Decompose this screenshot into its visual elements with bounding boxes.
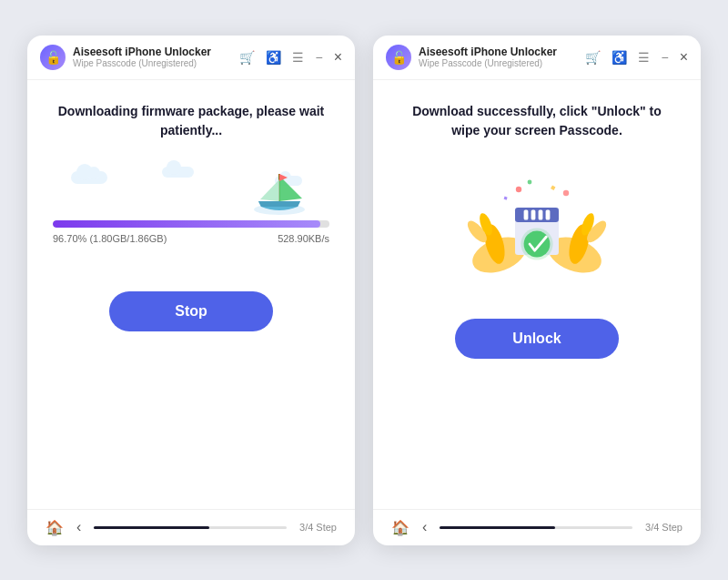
titlebar-left: 🔓 Aiseesoft iPhone Unlocker Wipe Passcod… <box>27 36 355 80</box>
svg-rect-16 <box>515 208 559 222</box>
back-icon-r[interactable]: ‹ <box>422 519 427 535</box>
home-icon[interactable]: 🏠 <box>46 519 64 536</box>
content-left: Downloading firmware package, please wai… <box>27 80 355 509</box>
back-icon[interactable]: ‹ <box>76 519 81 535</box>
progress-speed: 528.90KB/s <box>278 233 329 244</box>
bottombar-left: 🏠 ‹ 3/4 Step <box>27 509 355 545</box>
progress-bar-container <box>53 220 329 228</box>
app-icon-left: 🔓 <box>40 45 66 70</box>
minimize-button-r[interactable]: − <box>661 50 668 65</box>
cart-icon-r[interactable]: 🛒 <box>585 50 601 65</box>
svg-rect-20 <box>546 209 551 219</box>
sailboat-illustration <box>248 167 311 217</box>
svg-point-11 <box>528 179 532 184</box>
progress-percent-detail: 96.70% (1.80GB/1.86GB) <box>53 233 167 244</box>
svg-point-10 <box>516 186 521 191</box>
success-illustration <box>464 162 610 290</box>
svg-point-22 <box>524 230 551 257</box>
unlock-button[interactable]: Unlock <box>455 319 619 359</box>
step-progress-track-r <box>440 526 632 529</box>
titlebar-text-right: Aiseesoft iPhone Unlocker Wipe Passcode … <box>419 46 578 68</box>
step-progress-track <box>94 526 287 529</box>
status-text-right: Download successfully, click "Unlock" to… <box>399 102 675 140</box>
accessibility-icon[interactable]: ♿ <box>266 50 281 65</box>
step-progress-fill <box>94 526 209 529</box>
accessibility-icon-r[interactable]: ♿ <box>612 50 627 65</box>
boat-scene <box>53 162 329 217</box>
step-label-left: 3/4 Step <box>299 522 337 533</box>
app-subtitle-left: Wipe Passcode (Unregistered) <box>73 58 232 68</box>
app-title-right: Aiseesoft iPhone Unlocker <box>419 46 578 58</box>
svg-rect-17 <box>524 209 529 219</box>
minimize-button[interactable]: − <box>315 50 322 65</box>
titlebar-controls-left: 🛒 ♿ ☰ − × <box>239 49 342 66</box>
window-right: 🔓 Aiseesoft iPhone Unlocker Wipe Passcod… <box>373 36 701 545</box>
status-text-left: Downloading firmware package, please wai… <box>53 102 329 140</box>
progress-area: 96.70% (1.80GB/1.86GB) 528.90KB/s <box>53 162 329 244</box>
titlebar-controls-right: 🛒 ♿ ☰ − × <box>585 49 688 66</box>
app-subtitle-right: Wipe Passcode (Unregistered) <box>419 58 578 68</box>
cart-icon[interactable]: 🛒 <box>239 50 255 65</box>
bottombar-right: 🏠 ‹ 3/4 Step <box>373 509 701 545</box>
cloud-mid <box>162 167 194 178</box>
cloud-left <box>71 171 107 184</box>
svg-point-13 <box>563 189 569 195</box>
menu-icon-r[interactable]: ☰ <box>638 50 650 65</box>
app-title-left: Aiseesoft iPhone Unlocker <box>73 46 232 58</box>
window-left: 🔓 Aiseesoft iPhone Unlocker Wipe Passcod… <box>27 36 355 545</box>
app-icon-right: 🔓 <box>386 45 411 70</box>
close-button[interactable]: × <box>334 49 342 66</box>
svg-rect-19 <box>539 209 543 219</box>
svg-rect-18 <box>531 209 536 219</box>
svg-rect-12 <box>551 185 555 189</box>
stop-button[interactable]: Stop <box>109 291 273 331</box>
step-progress-fill-r <box>440 526 555 529</box>
svg-rect-14 <box>504 196 508 199</box>
titlebar-text-left: Aiseesoft iPhone Unlocker Wipe Passcode … <box>73 46 232 68</box>
home-icon-r[interactable]: 🏠 <box>391 519 410 536</box>
close-button-r[interactable]: × <box>680 49 688 66</box>
progress-bar-fill <box>53 220 320 228</box>
titlebar-right: 🔓 Aiseesoft iPhone Unlocker Wipe Passcod… <box>373 36 701 80</box>
step-label-right: 3/4 Step <box>645 522 682 533</box>
menu-icon[interactable]: ☰ <box>292 50 304 65</box>
content-right: Download successfully, click "Unlock" to… <box>373 80 701 509</box>
progress-info: 96.70% (1.80GB/1.86GB) 528.90KB/s <box>53 233 329 244</box>
